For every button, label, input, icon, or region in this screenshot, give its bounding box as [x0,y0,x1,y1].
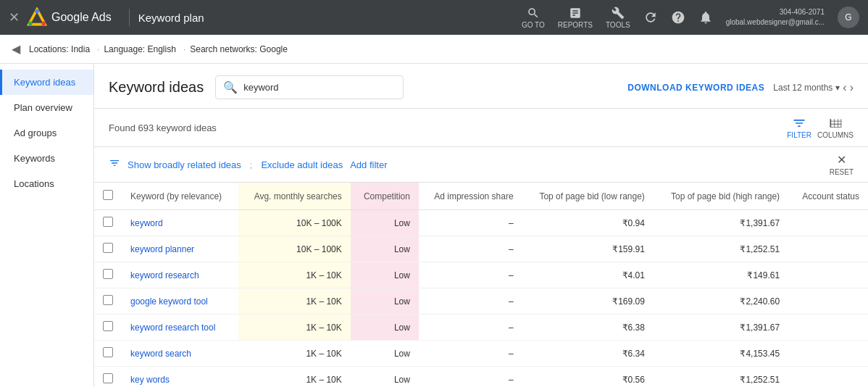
row-checkbox[interactable] [103,243,113,253]
refresh-icon[interactable] [643,10,658,25]
top-bid-low-cell: ₹169.09 [522,288,654,315]
row-checkbox[interactable] [103,217,113,227]
date-next-icon[interactable]: › [850,81,854,94]
competition-cell: Low [351,288,419,315]
table-row: keyword planner 10K – 100K Low – ₹159.91… [94,236,868,262]
col-header-checkbox [94,183,122,210]
avg-monthly-cell: 1K – 10K [238,315,351,341]
avg-monthly-cell: 1K – 10K [238,341,351,367]
keyword-cell: keyword search [122,341,238,367]
reports-nav[interactable]: REPORTS [558,7,593,29]
col-header-avg-monthly: Avg. monthly searches [238,183,351,210]
download-keyword-ideas-button[interactable]: DOWNLOAD KEYWORD IDEAS [627,83,764,93]
sidebar-toggle-icon[interactable]: ◀ [12,42,20,56]
col-header-competition: Competition [351,183,419,210]
sidebar-item-ad-groups[interactable]: Ad groups [0,120,93,146]
ad-impression-cell: – [419,288,522,315]
user-avatar[interactable]: G [838,7,859,28]
keyword-link[interactable]: keyword research tool [130,322,215,333]
filter-label: FILTER [787,131,811,139]
row-checkbox-cell [94,262,122,288]
language-nav-value[interactable]: English [148,44,176,54]
svg-point-3 [28,22,33,26]
add-filter-button[interactable]: Add filter [350,159,387,170]
avg-monthly-cell: 1K – 10K [238,288,351,315]
keyword-search-input[interactable] [243,82,396,93]
table-row: keyword research tool 1K – 10K Low – ₹6.… [94,315,868,341]
row-checkbox[interactable] [103,373,113,383]
keyword-link[interactable]: keyword search [130,349,191,359]
sidebar-item-keywords[interactable]: Keywords [0,146,93,171]
filter-button[interactable]: FILTER [787,116,811,139]
tools-nav[interactable]: TOOLS [606,7,630,29]
avg-monthly-cell: 1K – 10K [238,367,351,388]
top-bid-low-cell: ₹6.38 [522,315,654,341]
help-icon[interactable] [671,10,685,25]
row-checkbox[interactable] [103,269,113,279]
select-all-checkbox[interactable] [103,190,113,200]
keyword-link[interactable]: google keyword tool [130,296,208,307]
row-checkbox-cell [94,236,122,262]
table-row: keyword research 1K – 10K Low – ₹4.01 ₹1… [94,262,868,288]
keyword-search-box[interactable]: 🔍 [215,75,404,99]
close-icon[interactable]: ✕ [9,9,20,25]
title-divider [129,9,130,26]
locations-nav-value[interactable]: India [71,44,90,54]
col-header-top-bid-low: Top of page bid (low range) [522,183,654,210]
top-bid-high-cell: ₹1,252.51 [654,367,788,388]
row-checkbox[interactable] [103,321,113,331]
keyword-link[interactable]: keyword planner [130,244,194,254]
top-bid-high-cell: ₹4,153.45 [654,341,788,367]
networks-nav-value[interactable]: Google [259,44,288,54]
row-checkbox-cell [94,341,122,367]
account-status-cell [788,262,868,288]
notifications-icon[interactable] [698,10,713,25]
top-bid-high-cell: ₹1,391.67 [654,210,788,236]
locations-nav-label: Locations: India [29,44,90,54]
show-broadly-chip[interactable]: Show broadly related ideas [128,159,241,170]
columns-button[interactable]: COLUMNS [817,116,854,139]
keyword-table: Keyword (by relevance) Avg. monthly sear… [94,183,868,387]
date-prev-icon[interactable]: ‹ [843,81,846,94]
keyword-link[interactable]: key words [130,375,170,385]
found-count: Found 693 keyword ideas [109,122,217,133]
google-ads-logo: Google Ads [27,7,112,28]
topbar: ✕ Google Ads Keyword plan GO TO REPORTS … [0,0,868,35]
top-bid-high-cell: ₹1,391.67 [654,315,788,341]
goto-label: GO TO [522,21,545,29]
app-name: Google Ads [51,11,112,24]
goto-nav[interactable]: GO TO [522,7,545,29]
keyword-link[interactable]: keyword research [130,270,199,280]
account-status-cell [788,288,868,315]
language-nav-label: Language: English [104,44,175,54]
sidebar-item-locations[interactable]: Locations [0,171,93,196]
keyword-cell: keyword planner [122,236,238,262]
ad-impression-cell: – [419,367,522,388]
topbar-actions: GO TO REPORTS TOOLS 304-406-2071 global.… [522,7,859,29]
chips-row: Show broadly related ideas ; Exclude adu… [94,147,868,183]
col-header-ad-impression: Ad impression share [419,183,522,210]
keyword-cell: keyword [122,210,238,236]
table-row: key words 1K – 10K Low – ₹0.56 ₹1,252.51 [94,367,868,388]
keyword-link[interactable]: keyword [130,218,163,228]
date-range-dropdown-icon[interactable]: ▾ [835,83,840,93]
reset-button[interactable]: ✕ RESET [830,153,854,176]
subnav: ◀ Locations: India · Language: English ·… [0,35,868,64]
main-content: Keyword ideas 🔍 DOWNLOAD KEYWORD IDEAS L… [94,64,868,387]
row-checkbox[interactable] [103,295,113,305]
reports-label: REPORTS [558,21,593,29]
main-title: Keyword ideas [109,79,204,96]
sidebar-item-plan-overview[interactable]: Plan overview [0,95,93,120]
row-checkbox-cell [94,210,122,236]
keyword-cell: google keyword tool [122,288,238,315]
columns-label: COLUMNS [817,131,854,139]
top-bid-low-cell: ₹0.94 [522,210,654,236]
top-bid-high-cell: ₹149.61 [654,262,788,288]
main-layout: Keyword ideas Plan overview Ad groups Ke… [0,64,868,387]
row-checkbox[interactable] [103,347,113,357]
competition-cell: Low [351,210,419,236]
col-header-account-status: Account status [788,183,868,210]
sidebar-item-keyword-ideas[interactable]: Keyword ideas [0,70,93,95]
exclude-adult-chip[interactable]: Exclude adult ideas [261,159,343,170]
avg-monthly-cell: 10K – 100K [238,210,351,236]
